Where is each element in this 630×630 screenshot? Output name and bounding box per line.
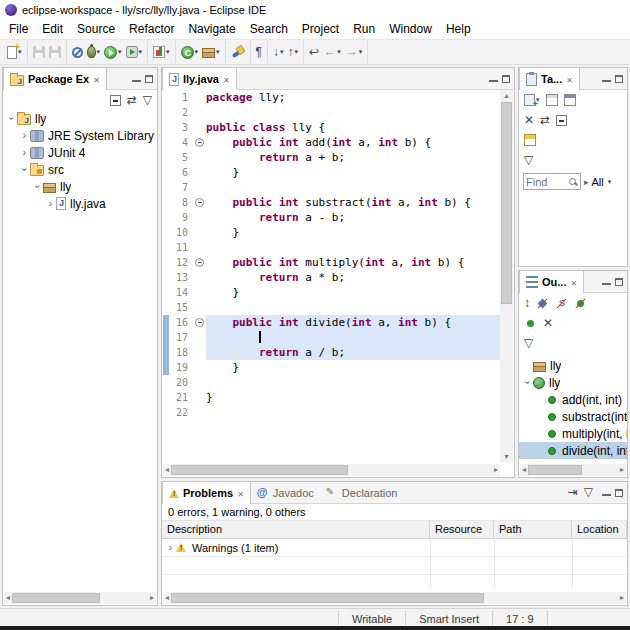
- twisty-icon[interactable]: ›: [45, 198, 56, 209]
- mark-occurrences-button[interactable]: ¶: [254, 44, 264, 60]
- column-header-location[interactable]: Location: [572, 521, 627, 538]
- toolbar-overflow-button[interactable]: ▽: [523, 336, 534, 350]
- editor-line-20[interactable]: 20: [163, 375, 500, 390]
- problems-hscrollbar-track[interactable]: [171, 592, 618, 604]
- column-header-description[interactable]: Description: [162, 521, 430, 538]
- scroll-right-icon[interactable]: ▸: [148, 592, 156, 604]
- coverage-button[interactable]: ▾: [151, 45, 172, 59]
- editor-line-2[interactable]: 2: [163, 105, 500, 120]
- explorer-item-jre-system-library-ja[interactable]: ›JRE System Library [Ja: [3, 127, 157, 144]
- problems-row-warnings[interactable]: ›Warnings (1 item): [162, 539, 627, 557]
- collapse-all-button[interactable]: [109, 95, 122, 106]
- editor-line-5[interactable]: 5 return a + b;: [163, 150, 500, 165]
- outline-item-add-int-int-[interactable]: add(int, int): [519, 391, 627, 408]
- editor-hscrollbar-track[interactable]: [171, 464, 492, 476]
- tab-javadoc[interactable]: Javadoc: [251, 482, 320, 503]
- scroll-left-icon[interactable]: ◂: [4, 592, 12, 604]
- problems-hscrollbar-thumb[interactable]: [171, 593, 484, 603]
- categorized-button[interactable]: [545, 94, 559, 106]
- search-button[interactable]: [229, 44, 247, 60]
- column-header-path[interactable]: Path: [494, 521, 572, 538]
- editor-vscrollbar[interactable]: ▴▾: [500, 90, 513, 463]
- outline-item-lly[interactable]: ›lly: [519, 374, 627, 391]
- editor-line-15[interactable]: 15: [163, 300, 500, 315]
- menu-navigate[interactable]: Navigate: [181, 20, 242, 38]
- back-button[interactable]: ←▾: [321, 44, 343, 60]
- tab-declaration[interactable]: Declaration: [320, 482, 404, 503]
- menu-window[interactable]: Window: [382, 20, 439, 38]
- menu-edit[interactable]: Edit: [35, 20, 70, 38]
- menu-search[interactable]: Search: [243, 20, 295, 38]
- toolbar-overflow-button[interactable]: ▽: [523, 153, 534, 167]
- fold-collapse-icon[interactable]: [195, 138, 204, 147]
- fold-collapse-icon[interactable]: [195, 198, 204, 207]
- pin-view-button[interactable]: ⇥: [567, 485, 579, 499]
- editor-hscrollbar[interactable]: ◂▸: [163, 464, 500, 476]
- scroll-left-icon[interactable]: ◂: [163, 592, 171, 604]
- forward-button[interactable]: →▾: [343, 44, 365, 60]
- minimize-icon[interactable]: [602, 75, 611, 82]
- maximize-icon[interactable]: [615, 278, 623, 286]
- explorer-item-lly[interactable]: ›lly: [3, 178, 157, 195]
- fold-collapse-icon[interactable]: [195, 318, 204, 327]
- explorer-item-src[interactable]: ›src: [3, 161, 157, 178]
- editor-line-8[interactable]: 8 public int substract(int a, int b) {: [163, 195, 500, 210]
- editor-hscrollbar-thumb[interactable]: [171, 465, 348, 475]
- editor-line-9[interactable]: 9 return a - b;: [163, 210, 500, 225]
- package-explorer-hscrollbar-track[interactable]: [12, 592, 148, 604]
- problems-hscrollbar[interactable]: ◂▸: [163, 592, 626, 604]
- debug-button[interactable]: ▾: [85, 45, 103, 59]
- tab-outline[interactable]: Ou...: [519, 271, 584, 293]
- editor-line-3[interactable]: 3public class lly {: [163, 120, 500, 135]
- twisty-icon[interactable]: ›: [522, 377, 533, 388]
- maximize-icon[interactable]: [502, 75, 510, 83]
- fold-collapse-icon[interactable]: [195, 258, 204, 267]
- expand-arrow-icon[interactable]: ▸: [584, 175, 589, 189]
- chevron-down-icon[interactable]: ▾: [608, 178, 612, 186]
- explorer-item-lly[interactable]: ›lly: [3, 110, 157, 127]
- skip-all-breakpoints-button[interactable]: [70, 46, 85, 59]
- close-icon[interactable]: [237, 487, 244, 499]
- hide-non-public-button[interactable]: [573, 297, 588, 310]
- maximize-icon[interactable]: [145, 75, 153, 83]
- find-input[interactable]: [526, 176, 568, 188]
- menu-help[interactable]: Help: [439, 20, 478, 38]
- package-explorer-hscrollbar-thumb[interactable]: [12, 593, 100, 603]
- menu-project[interactable]: Project: [295, 20, 346, 38]
- editor-line-4[interactable]: 4 public int add(int a, int b) {: [163, 135, 500, 150]
- outline-hscrollbar[interactable]: ◂▸: [520, 464, 626, 476]
- task-scope-all[interactable]: All: [592, 176, 604, 188]
- editor-vscrollbar-thumb[interactable]: [501, 102, 512, 304]
- scroll-left-icon[interactable]: ◂: [520, 464, 528, 476]
- twisty-icon[interactable]: ›: [19, 147, 30, 158]
- minimize-icon[interactable]: [489, 75, 498, 82]
- synchronize-button[interactable]: ⇄: [539, 113, 551, 127]
- explorer-item-junit-4[interactable]: ›JUnit 4: [3, 144, 157, 161]
- outline-item-divide-int-int-[interactable]: divide(int, int): [519, 442, 627, 459]
- tab-package-explorer[interactable]: Package Ex: [3, 68, 107, 90]
- menu-refactor[interactable]: Refactor: [122, 20, 181, 38]
- editor-line-19[interactable]: 19 }: [163, 360, 500, 375]
- editor-line-11[interactable]: 11: [163, 240, 500, 255]
- editor-line-7[interactable]: 7: [163, 180, 500, 195]
- scroll-left-icon[interactable]: ◂: [163, 464, 171, 476]
- menu-file[interactable]: File: [2, 20, 35, 38]
- view-menu-button[interactable]: ▽: [142, 93, 153, 107]
- editor-line-10[interactable]: 10 }: [163, 225, 500, 240]
- editor-code-area[interactable]: 1package lly;23public class lly {4 publi…: [163, 90, 500, 463]
- twisty-icon[interactable]: ›: [6, 113, 17, 124]
- previous-annotation-button[interactable]: ↑▾: [286, 44, 301, 60]
- package-explorer-hscrollbar[interactable]: ◂▸: [4, 592, 156, 604]
- scroll-right-icon[interactable]: ▸: [618, 592, 626, 604]
- scroll-right-icon[interactable]: ▸: [492, 464, 500, 476]
- menu-source[interactable]: Source: [70, 20, 122, 38]
- outline-item-multiply-int-int-[interactable]: multiply(int, int): [519, 425, 627, 442]
- editor-line-17[interactable]: 17: [163, 330, 500, 345]
- minimize-icon[interactable]: [602, 278, 611, 285]
- link-with-editor-button[interactable]: ⇄: [126, 93, 138, 107]
- minimize-icon[interactable]: [602, 489, 611, 496]
- last-edit-location-button[interactable]: ↩: [307, 44, 321, 60]
- editor-line-22[interactable]: 22: [163, 405, 500, 420]
- collapse-all-button[interactable]: [555, 115, 568, 126]
- editor-line-6[interactable]: 6 }: [163, 165, 500, 180]
